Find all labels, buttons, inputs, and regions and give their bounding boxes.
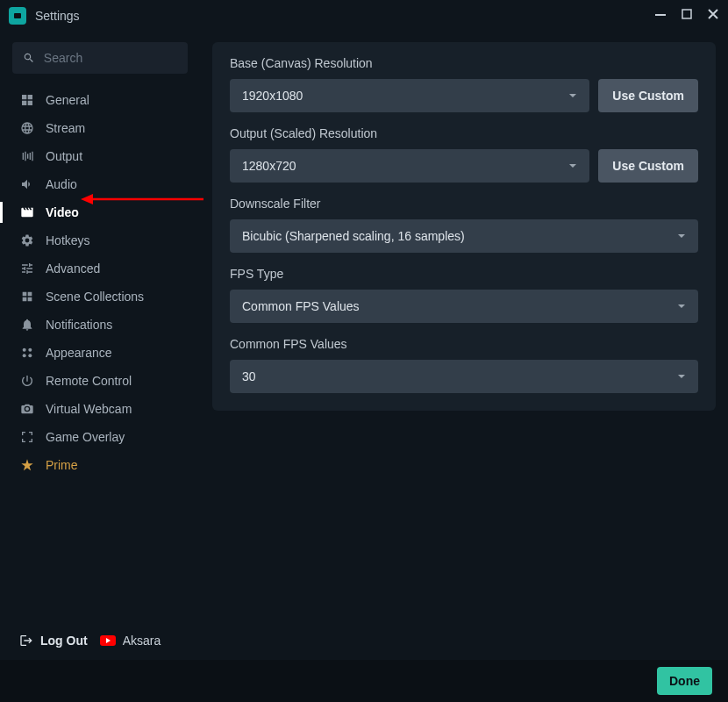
sidebar-item-label: Video <box>46 205 79 219</box>
downscale-filter-select[interactable]: Bicubic (Sharpened scaling, 16 samples) <box>230 219 698 253</box>
sidebar-item-stream[interactable]: Stream <box>12 114 188 142</box>
sidebar-item-label: Scene Collections <box>46 290 144 304</box>
chevron-down-icon <box>677 299 686 313</box>
globe-icon <box>19 120 35 136</box>
titlebar: Settings <box>0 0 728 32</box>
appearance-icon <box>19 345 35 361</box>
sidebar-item-output[interactable]: Output <box>12 142 188 170</box>
expand-icon <box>19 429 35 445</box>
search-input[interactable] <box>12 42 188 74</box>
audio-icon <box>19 176 35 192</box>
sidebar-item-virtual-webcam[interactable]: Virtual Webcam <box>12 395 188 423</box>
base-resolution-select[interactable]: 1920x1080 <box>230 79 589 112</box>
fps-type-select[interactable]: Common FPS Values <box>230 290 698 323</box>
youtube-icon <box>100 635 116 646</box>
chevron-down-icon <box>568 89 577 103</box>
fps-type-label: FPS Type <box>230 267 698 281</box>
bell-icon <box>19 317 35 333</box>
svg-point-6 <box>28 354 32 357</box>
window-title: Settings <box>35 9 646 23</box>
sidebar-item-general[interactable]: General <box>12 86 188 114</box>
sidebar-item-audio[interactable]: Audio <box>12 170 188 198</box>
sidebar-item-label: Output <box>46 149 82 163</box>
sidebar-item-label: Appearance <box>46 346 112 360</box>
sidebar-item-video[interactable]: Video <box>12 198 188 226</box>
output-resolution-value: 1280x720 <box>242 159 296 173</box>
bottom-bar: Done <box>0 660 728 702</box>
base-resolution-value: 1920x1080 <box>242 89 303 103</box>
chevron-down-icon <box>677 369 686 383</box>
gear-icon <box>19 233 35 248</box>
downscale-filter-label: Downscale Filter <box>230 197 698 211</box>
done-button[interactable]: Done <box>657 667 712 695</box>
search-icon <box>23 51 35 65</box>
sliders-icon <box>19 261 35 276</box>
grid-icon <box>19 92 35 108</box>
sidebar-item-label: Audio <box>46 177 77 191</box>
minimize-icon[interactable] <box>654 8 667 24</box>
fps-type-value: Common FPS Values <box>242 299 360 313</box>
svg-rect-0 <box>14 13 21 18</box>
sidebar-item-prime[interactable]: Prime <box>12 451 188 479</box>
collections-icon <box>19 289 35 304</box>
svg-point-4 <box>28 348 32 352</box>
common-fps-label: Common FPS Values <box>230 337 698 351</box>
sidebar-item-notifications[interactable]: Notifications <box>12 311 188 339</box>
output-icon <box>19 148 35 164</box>
sidebar-item-scene-collections[interactable]: Scene Collections <box>12 283 188 311</box>
chevron-down-icon <box>568 159 577 173</box>
sidebar-item-label: Stream <box>46 121 85 135</box>
output-resolution-label: Output (Scaled) Resolution <box>230 126 698 140</box>
username: Aksara <box>123 634 161 648</box>
sidebar-item-hotkeys[interactable]: Hotkeys <box>12 226 188 254</box>
output-resolution-select[interactable]: 1280x720 <box>230 149 589 183</box>
logout-label: Log Out <box>40 634 88 648</box>
svg-rect-2 <box>682 10 691 18</box>
logout-icon <box>19 634 33 648</box>
base-resolution-label: Base (Canvas) Resolution <box>230 56 698 70</box>
logout-button[interactable]: Log Out <box>19 634 88 648</box>
sidebar-item-label: Advanced <box>46 261 100 276</box>
video-icon <box>19 204 35 220</box>
sidebar-item-appearance[interactable]: Appearance <box>12 339 188 367</box>
sidebar-item-game-overlay[interactable]: Game Overlay <box>12 423 188 451</box>
svg-rect-1 <box>655 14 666 16</box>
svg-point-5 <box>23 354 26 357</box>
content-panel: Base (Canvas) Resolution 1920x1080 Use C… <box>200 42 728 660</box>
base-resolution-custom-button[interactable]: Use Custom <box>598 79 698 112</box>
sidebar: General Stream Output Audio Video Hotkey… <box>0 42 200 660</box>
common-fps-select[interactable]: 30 <box>230 360 698 393</box>
app-icon <box>9 7 26 25</box>
svg-point-3 <box>23 348 26 352</box>
star-icon <box>19 457 35 473</box>
sidebar-item-label: Virtual Webcam <box>46 402 132 416</box>
sidebar-item-remote-control[interactable]: Remote Control <box>12 367 188 395</box>
output-resolution-custom-button[interactable]: Use Custom <box>598 149 698 183</box>
chevron-down-icon <box>677 229 686 243</box>
sidebar-item-label: Prime <box>46 458 78 472</box>
search-field[interactable] <box>44 51 177 65</box>
maximize-icon[interactable] <box>681 8 693 24</box>
sidebar-item-advanced[interactable]: Advanced <box>12 254 188 283</box>
sidebar-item-label: Hotkeys <box>46 233 90 247</box>
sidebar-item-label: Remote Control <box>46 374 132 388</box>
close-icon[interactable] <box>707 8 719 24</box>
camera-icon <box>19 401 35 417</box>
sidebar-item-label: Game Overlay <box>46 430 125 444</box>
downscale-filter-value: Bicubic (Sharpened scaling, 16 samples) <box>242 229 465 243</box>
common-fps-value: 30 <box>242 369 256 383</box>
sidebar-item-label: General <box>46 93 89 107</box>
power-icon <box>19 373 35 389</box>
user-info[interactable]: Aksara <box>100 634 161 648</box>
sidebar-item-label: Notifications <box>46 318 112 332</box>
